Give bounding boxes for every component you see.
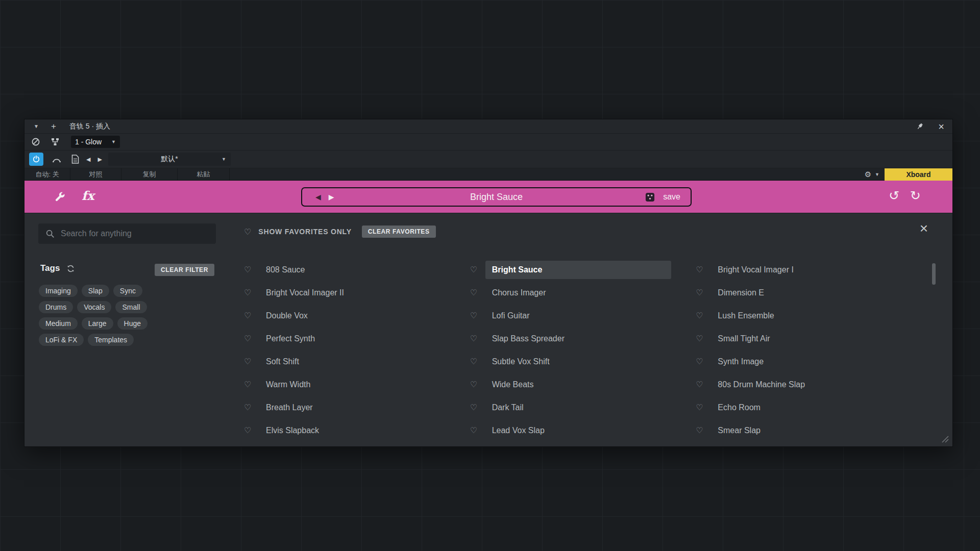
preset-item[interactable]: ♡Bright Vocal Imager I (696, 258, 922, 281)
preset-item[interactable]: ♡80s Drum Machine Slap (696, 373, 922, 396)
heart-icon[interactable]: ♡ (470, 265, 485, 274)
heart-icon[interactable]: ♡ (470, 425, 485, 435)
heart-icon[interactable]: ♡ (696, 403, 711, 412)
preset-prev-icon[interactable]: ◀ (315, 193, 321, 201)
tag-pill[interactable]: Drums (39, 301, 73, 313)
preset-item[interactable]: ♡Elvis Slapback (244, 419, 470, 442)
tag-pill[interactable]: Small (115, 301, 146, 313)
preset-item[interactable]: ♡Lofi Guitar (470, 304, 696, 327)
dice-icon[interactable] (645, 192, 655, 202)
next-preset-button[interactable]: ▶ (97, 156, 102, 163)
search-input[interactable] (55, 229, 216, 238)
window-menu-chevron-icon[interactable]: ▼ (34, 123, 39, 129)
paste-label: 粘贴 (197, 170, 210, 179)
xboard-button[interactable]: Xboard (885, 168, 952, 181)
heart-icon[interactable]: ♡ (244, 265, 259, 274)
heart-icon[interactable]: ♡ (244, 311, 259, 320)
heart-icon[interactable]: ♡ (696, 311, 711, 320)
heart-icon[interactable]: ♡ (470, 288, 485, 297)
daw-preset-selector[interactable]: 默认* ▼ (108, 153, 231, 166)
heart-icon[interactable]: ♡ (696, 265, 711, 274)
tag-pill[interactable]: Slap (82, 285, 109, 297)
heart-icon[interactable]: ♡ (696, 425, 711, 435)
clear-favorites-button[interactable]: CLEAR FAVORITES (362, 226, 436, 238)
preset-item[interactable]: ♡808 Sauce (244, 258, 470, 281)
undo-icon[interactable]: ↺ (889, 189, 899, 202)
tag-pill[interactable]: Vocals (77, 301, 111, 313)
heart-icon[interactable]: ♡ (244, 403, 259, 412)
tag-pill[interactable]: LoFi & FX (39, 334, 84, 346)
preset-item[interactable]: ♡Chorus Imager (470, 281, 696, 304)
fx-icon[interactable]: fx (82, 188, 94, 203)
pin-icon[interactable] (916, 122, 924, 131)
search-box[interactable] (38, 223, 216, 244)
heart-icon[interactable]: ♡ (470, 380, 485, 389)
close-browser-icon[interactable]: × (920, 221, 928, 236)
heart-icon[interactable]: ♡ (696, 334, 711, 343)
preset-item[interactable]: ♡Perfect Synth (244, 327, 470, 350)
preset-next-icon[interactable]: ▶ (329, 193, 334, 201)
tag-pill[interactable]: Large (82, 317, 113, 330)
preset-item[interactable]: ♡Soft Shift (244, 350, 470, 373)
save-button[interactable]: save (663, 192, 680, 202)
scrollbar[interactable] (932, 263, 936, 285)
preset-item[interactable]: ♡Breath Layer (244, 396, 470, 419)
preset-item[interactable]: ♡Warm Width (244, 373, 470, 396)
heart-icon[interactable]: ♡ (470, 357, 485, 366)
prev-preset-button[interactable]: ◀ (86, 156, 90, 163)
preset-item[interactable]: ♡Lush Ensemble (696, 304, 922, 327)
heart-icon[interactable]: ♡ (244, 425, 259, 435)
heart-icon[interactable]: ♡ (244, 357, 259, 366)
redo-icon[interactable]: ↻ (910, 189, 921, 202)
power-button[interactable] (29, 153, 43, 166)
preset-item[interactable]: ♡Wide Beats (470, 373, 696, 396)
heart-icon[interactable]: ♡ (696, 288, 711, 297)
show-favorites-toggle[interactable]: SHOW FAVORITES ONLY (258, 228, 351, 236)
heart-icon[interactable]: ♡ (696, 380, 711, 389)
heart-icon[interactable]: ♡ (470, 311, 485, 320)
automation-toggle[interactable]: 自动: 关 (24, 168, 70, 180)
resize-handle[interactable] (941, 435, 949, 443)
heart-icon[interactable]: ♡ (696, 357, 711, 366)
add-insert-button[interactable]: + (51, 122, 56, 131)
preset-item[interactable]: ♡Bright Sauce (470, 258, 696, 281)
preset-item[interactable]: ♡Slap Bass Spreader (470, 327, 696, 350)
refresh-icon[interactable] (66, 264, 75, 273)
tag-pill[interactable]: Imaging (39, 285, 78, 297)
preset-item[interactable]: ♡Smear Slap (696, 419, 922, 442)
preset-item[interactable]: ♡Echo Room (696, 396, 922, 419)
preset-item[interactable]: ♡Lead Vox Slap (470, 419, 696, 442)
preset-item[interactable]: ♡Synth Image (696, 350, 922, 373)
current-preset-name[interactable]: Bright Sauce (302, 192, 691, 203)
preset-item[interactable]: ♡Double Vox (244, 304, 470, 327)
heart-icon[interactable]: ♡ (244, 380, 259, 389)
paste-button[interactable]: 粘贴 (178, 168, 230, 180)
heart-icon[interactable]: ♡ (470, 334, 485, 343)
heart-icon[interactable]: ♡ (470, 403, 485, 412)
tag-pill[interactable]: Templates (88, 334, 134, 346)
tag-pill[interactable]: Huge (117, 317, 148, 330)
preset-item[interactable]: ♡Dimension E (696, 281, 922, 304)
copy-button[interactable]: 复制 (121, 168, 178, 180)
preset-item[interactable]: ♡Dark Tail (470, 396, 696, 419)
heart-icon[interactable]: ♡ (244, 288, 259, 297)
insert-slot-selector[interactable]: 1 - Glow ▼ (71, 136, 120, 148)
preset-item[interactable]: ♡Bright Vocal Imager II (244, 281, 470, 304)
window-title: 音轨 5 · 插入 (69, 122, 110, 131)
bypass-icon[interactable] (52, 155, 62, 164)
routing-icon[interactable] (51, 137, 60, 146)
file-icon[interactable] (71, 155, 79, 164)
gear-icon[interactable]: ⚙ (865, 170, 871, 178)
disable-icon[interactable] (31, 137, 40, 146)
preset-name: Warm Width (259, 375, 446, 394)
preset-item[interactable]: ♡Small Tight Air (696, 327, 922, 350)
tag-pill[interactable]: Sync (113, 285, 142, 297)
preset-item[interactable]: ♡Subtle Vox Shift (470, 350, 696, 373)
tag-pill[interactable]: Medium (39, 317, 78, 330)
chevron-down-icon[interactable]: ▼ (875, 172, 879, 177)
wrench-icon[interactable] (54, 191, 66, 203)
heart-icon[interactable]: ♡ (244, 334, 259, 343)
clear-filter-button[interactable]: CLEAR FILTER (155, 264, 214, 276)
compare-button[interactable]: 对照 (70, 168, 121, 180)
close-icon[interactable]: × (938, 121, 944, 132)
